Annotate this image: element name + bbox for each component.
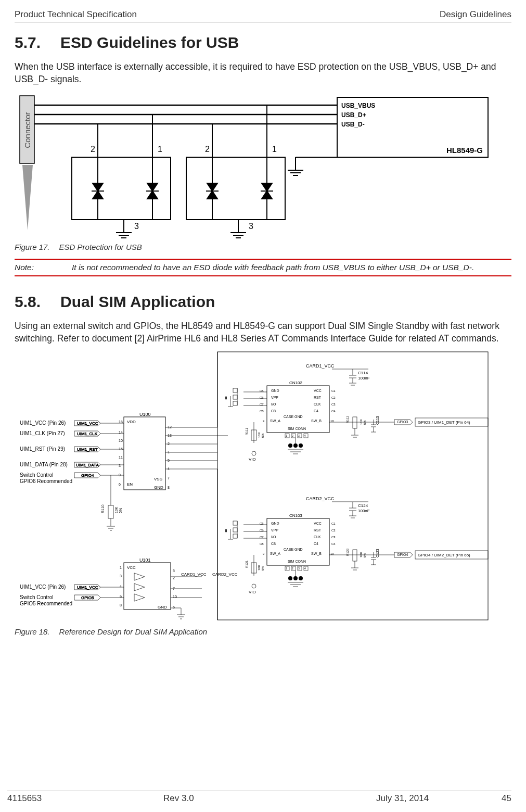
svg-text:VCC: VCC — [127, 565, 136, 570]
svg-rect-153 — [267, 386, 329, 433]
svg-text:4: 4 — [168, 467, 170, 471]
svg-text:1: 1 — [120, 566, 122, 569]
svg-rect-314 — [233, 521, 237, 525]
svg-text:GND: GND — [271, 389, 279, 392]
footer-doc-id: 4115653 — [7, 793, 153, 804]
svg-rect-2 — [72, 157, 171, 220]
svg-text:VDD: VDD — [127, 420, 136, 424]
section-title: Dual SIM Application — [60, 293, 215, 310]
svg-text:UIM1_VCC: UIM1_VCC — [77, 585, 98, 590]
note-block: Note: It is not recommended to have an E… — [15, 259, 511, 276]
svg-text:C8: C8 — [271, 409, 276, 413]
svg-text:CN102: CN102 — [289, 380, 302, 385]
svg-text:3: 3 — [298, 567, 300, 570]
svg-text:Switch Control: Switch Control — [20, 594, 53, 600]
svg-text:UIM1_VCC (Pin 26): UIM1_VCC (Pin 26) — [20, 420, 66, 426]
svg-text:CARD1_VCC: CARD1_VCC — [306, 363, 335, 369]
svg-text:UIM1_DATA: UIM1_DATA — [76, 463, 99, 467]
page-footer: 4115653 Rev 3.0 July 31, 2014 45 — [7, 791, 511, 804]
svg-marker-140 — [134, 594, 145, 601]
svg-marker-38 — [262, 191, 272, 199]
svg-point-288 — [252, 584, 256, 588]
svg-text:5%: 5% — [261, 565, 264, 570]
svg-text:C1: C1 — [331, 522, 336, 525]
svg-text:2: 2 — [91, 145, 95, 154]
svg-text:UIM1_CLK (Pin 27): UIM1_CLK (Pin 27) — [20, 430, 65, 436]
svg-text:5: 5 — [173, 569, 175, 573]
svg-text:7: 7 — [173, 587, 175, 590]
svg-text:9: 9 — [263, 552, 265, 555]
figure-17: Connector 2 1 3 2 1 3 — [15, 90, 511, 240]
svg-marker-139 — [134, 583, 145, 591]
svg-marker-37 — [262, 183, 272, 191]
figure-18: UIM1_VCC (Pin 26) UIM1_CLK (Pin 27) UIM1… — [15, 349, 511, 625]
figure-17-caption: Figure 17.ESD Protection for USB — [15, 243, 511, 251]
svg-marker-24 — [93, 183, 103, 191]
svg-point-186 — [293, 443, 298, 448]
svg-marker-28 — [147, 191, 158, 199]
svg-text:4: 4 — [304, 567, 306, 570]
svg-text:Switch Control: Switch Control — [20, 472, 53, 478]
svg-text:GPIO3 / UIM1_DET (Pin 64): GPIO3 / UIM1_DET (Pin 64) — [418, 420, 470, 425]
svg-text:SIM CONN: SIM CONN — [288, 427, 306, 430]
svg-text:GND: GND — [271, 522, 279, 525]
svg-point-271 — [288, 576, 292, 580]
svg-rect-116 — [108, 505, 113, 518]
svg-text:3: 3 — [120, 574, 122, 578]
svg-point-204 — [252, 451, 256, 455]
svg-text:CLK: CLK — [314, 402, 321, 406]
svg-point-187 — [288, 443, 292, 448]
figure-18-caption: Figure 18.Reference Design for Dual SIM … — [15, 627, 511, 636]
svg-text:UIM1_VCC: UIM1_VCC — [77, 421, 98, 426]
section-5-7-paragraph: When the USB interface is externally acc… — [15, 61, 511, 85]
svg-text:R110: R110 — [101, 504, 105, 513]
svg-text:3: 3 — [298, 434, 300, 437]
svg-text:SW_B: SW_B — [311, 419, 322, 423]
svg-marker-27 — [147, 183, 158, 191]
svg-text:C8: C8 — [260, 410, 264, 413]
svg-text:10K: 10K — [258, 565, 261, 570]
svg-text:1: 1 — [286, 434, 287, 437]
svg-text:USB_D+: USB_D+ — [341, 111, 366, 119]
svg-text:13: 13 — [168, 434, 172, 437]
section-5-7-heading: 5.7.ESD Guidelines for USB — [15, 34, 511, 52]
svg-text:1: 1 — [272, 145, 277, 154]
svg-text:10K: 10K — [114, 506, 118, 513]
footer-rev: Rev 3.0 — [153, 793, 376, 804]
svg-text:C4: C4 — [314, 409, 318, 413]
svg-text:8: 8 — [168, 486, 170, 489]
svg-text:1: 1 — [168, 450, 170, 454]
svg-text:GPIO5: GPIO5 — [81, 595, 94, 600]
svg-text:100nF: 100nF — [358, 376, 370, 380]
svg-rect-3 — [186, 157, 285, 220]
svg-text:5: 5 — [168, 459, 170, 462]
section-5-8-heading: 5.8.Dual SIM Application — [15, 293, 511, 311]
svg-text:9: 9 — [120, 595, 122, 599]
svg-text:SW_B: SW_B — [311, 552, 322, 556]
header-left: Product Technical Specification — [15, 9, 137, 20]
svg-rect-237 — [267, 518, 329, 565]
svg-point-188 — [299, 443, 303, 448]
svg-text:3: 3 — [119, 464, 121, 467]
svg-text:2: 2 — [292, 434, 293, 437]
svg-text:8: 8 — [120, 603, 122, 607]
svg-marker-138 — [134, 573, 145, 580]
figure-number: Figure 18. — [15, 627, 50, 636]
svg-text:5%: 5% — [261, 433, 264, 437]
svg-text:C113: C113 — [376, 416, 379, 425]
svg-text:R121: R121 — [245, 560, 248, 567]
svg-text:UIM1_VCC (Pin 26): UIM1_VCC (Pin 26) — [20, 584, 66, 590]
svg-text:10: 10 — [119, 439, 123, 442]
svg-text:HL8549-G: HL8549-G — [446, 146, 483, 155]
svg-rect-232 — [233, 401, 237, 405]
svg-text:1: 1 — [158, 145, 162, 154]
svg-text:||: || — [225, 396, 227, 399]
figure-caption-text: ESD Protection for USB — [59, 243, 142, 251]
svg-text:VPP: VPP — [271, 396, 278, 399]
svg-text:GPIO4: GPIO4 — [397, 553, 408, 556]
svg-rect-230 — [233, 388, 237, 392]
svg-text:CASE GND: CASE GND — [284, 415, 303, 418]
svg-rect-315 — [233, 528, 237, 532]
svg-text:C8: C8 — [260, 542, 264, 545]
svg-text:UIM1_RST (Pin 29): UIM1_RST (Pin 29) — [20, 446, 65, 452]
